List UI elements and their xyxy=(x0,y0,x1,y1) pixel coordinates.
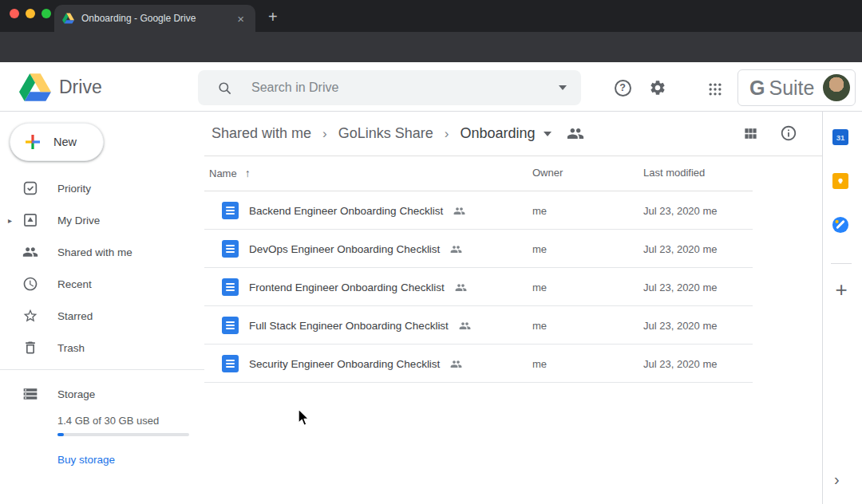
shared-people-icon xyxy=(22,244,38,260)
storage-progress-bar xyxy=(57,433,189,436)
collapse-panel-icon[interactable]: › xyxy=(834,471,840,489)
sort-ascending-icon[interactable]: ↑ xyxy=(245,167,251,179)
search-icon[interactable] xyxy=(217,81,232,96)
sidebar-label-starred: Starred xyxy=(57,310,93,322)
google-drive-window: Onboarding - Google Drive × + ← → ↻ driv… xyxy=(0,0,862,504)
window-close-button[interactable] xyxy=(10,9,19,18)
gear-icon xyxy=(649,79,666,96)
breadcrumb-golinks-share[interactable]: GoLinks Share xyxy=(338,125,433,142)
apps-grid-button[interactable] xyxy=(704,78,726,100)
breadcrumb-separator-icon: › xyxy=(322,126,327,142)
file-name-cell[interactable]: Backend Engineer Onboarding Checklist xyxy=(222,191,465,230)
window-zoom-button[interactable] xyxy=(42,9,51,18)
file-modified: Jul 23, 2020 me xyxy=(643,205,718,217)
file-name-cell[interactable]: DevOps Engineer Onboarding Checklist xyxy=(222,230,462,268)
help-icon: ? xyxy=(615,80,631,96)
file-name[interactable]: Backend Engineer Onboarding Checklist xyxy=(249,205,443,217)
column-header-modified[interactable]: Last modified xyxy=(643,167,705,179)
file-name-cell[interactable]: Frontend Engineer Onboarding Checklist xyxy=(222,268,467,306)
new-button[interactable]: New xyxy=(10,123,104,161)
details-button[interactable] xyxy=(779,124,798,143)
add-addon-button[interactable]: + xyxy=(832,278,851,302)
file-name[interactable]: Security Engineer Onboarding Checklist xyxy=(249,358,440,370)
my-drive-icon xyxy=(22,212,38,228)
new-tab-button[interactable]: + xyxy=(263,6,283,28)
storage-label: Storage xyxy=(57,388,95,400)
google-docs-icon xyxy=(222,278,239,296)
file-owner: me xyxy=(532,243,547,255)
settings-button[interactable] xyxy=(646,77,669,99)
drive-favicon xyxy=(62,13,74,24)
search-options-caret-icon[interactable] xyxy=(559,85,567,90)
shared-indicator-icon xyxy=(453,207,465,215)
file-modified: Jul 23, 2020 me xyxy=(643,282,718,293)
table-row[interactable]: Security Engineer Onboarding Checklist m… xyxy=(204,345,753,383)
table-row[interactable]: DevOps Engineer Onboarding Checklist me … xyxy=(204,230,753,268)
expand-arrow-icon[interactable]: ▸ xyxy=(8,216,12,225)
file-name[interactable]: Frontend Engineer Onboarding Checklist xyxy=(249,282,445,293)
browser-tabstrip: Onboarding - Google Drive × + xyxy=(0,0,862,32)
sidebar-item-starred[interactable]: Starred xyxy=(0,300,192,332)
column-header-owner[interactable]: Owner xyxy=(532,167,563,179)
sidebar-label-my-drive: My Drive xyxy=(57,215,100,226)
browser-tab[interactable]: Onboarding - Google Drive × xyxy=(54,5,255,32)
breadcrumb: Shared with me › GoLinks Share › Onboard… xyxy=(204,112,822,156)
sidebar-divider xyxy=(0,369,204,370)
gsuite-logo-text: Suite xyxy=(769,77,823,100)
window-minimize-button[interactable] xyxy=(26,9,35,18)
drive-header: Drive ? G xyxy=(0,62,862,112)
file-modified: Jul 23, 2020 me xyxy=(643,320,718,332)
grid-view-button[interactable] xyxy=(741,124,760,143)
tab-title: Onboarding - Google Drive xyxy=(81,13,234,24)
folder-shared-icon xyxy=(567,128,584,140)
sidebar-item-priority[interactable]: Priority xyxy=(0,172,192,204)
folder-menu-caret-icon[interactable] xyxy=(544,132,552,136)
gsuite-logo-g: G xyxy=(749,77,765,100)
info-icon xyxy=(780,124,797,142)
sidebar-label-shared-with-me: Shared with me xyxy=(57,246,132,258)
google-docs-icon xyxy=(222,317,239,334)
storage-usage-text: 1.4 GB of 30 GB used xyxy=(57,415,159,427)
drive-logo xyxy=(19,73,51,101)
storage-icon xyxy=(22,386,38,402)
shared-indicator-icon xyxy=(450,245,462,254)
search-input[interactable] xyxy=(250,80,559,96)
breadcrumb-separator-icon: › xyxy=(445,126,449,142)
help-button[interactable]: ? xyxy=(611,77,634,99)
new-button-label: New xyxy=(53,136,77,148)
file-modified: Jul 23, 2020 me xyxy=(643,243,718,255)
app-name: Drive xyxy=(59,77,102,98)
sidebar-item-storage[interactable]: Storage xyxy=(0,378,192,410)
column-header-name[interactable]: Name↑ xyxy=(209,167,251,179)
file-owner: me xyxy=(532,320,547,332)
breadcrumb-shared-with-me[interactable]: Shared with me xyxy=(212,125,311,142)
calendar-icon[interactable]: 31 xyxy=(832,129,848,145)
gsuite-account-badge[interactable]: G Suite xyxy=(737,69,856,106)
google-docs-icon xyxy=(222,202,239,219)
buy-storage-link[interactable]: Buy storage xyxy=(57,454,115,466)
sidebar-item-shared-with-me[interactable]: Shared with me xyxy=(0,236,192,268)
star-icon xyxy=(22,308,38,324)
sidebar-item-trash[interactable]: Trash xyxy=(0,332,192,364)
table-row[interactable]: Frontend Engineer Onboarding Checklist m… xyxy=(204,268,753,306)
file-name-cell[interactable]: Security Engineer Onboarding Checklist xyxy=(222,345,462,383)
right-side-panel: 31 + › xyxy=(822,112,862,504)
breadcrumb-onboarding[interactable]: Onboarding xyxy=(460,125,535,142)
sidebar-item-recent[interactable]: Recent xyxy=(0,268,192,300)
file-modified: Jul 23, 2020 me xyxy=(643,358,718,370)
file-name[interactable]: DevOps Engineer Onboarding Checklist xyxy=(249,243,440,255)
sidebar-label-trash: Trash xyxy=(57,342,85,354)
file-owner: me xyxy=(532,358,547,370)
file-name[interactable]: Full Stack Engineer Onboarding Checklist xyxy=(249,320,449,332)
lightbulb-glyph xyxy=(836,176,845,187)
sidebar-item-my-drive[interactable]: ▸ My Drive xyxy=(0,204,192,236)
table-row[interactable]: Backend Engineer Onboarding Checklist me… xyxy=(204,191,753,230)
search-bar[interactable] xyxy=(198,70,581,105)
table-row[interactable]: Full Stack Engineer Onboarding Checklist… xyxy=(204,306,753,345)
account-avatar[interactable] xyxy=(823,74,850,101)
sidebar-label-priority: Priority xyxy=(57,183,91,195)
tasks-icon[interactable] xyxy=(832,216,849,234)
file-name-cell[interactable]: Full Stack Engineer Onboarding Checklist xyxy=(222,306,471,345)
tab-close-icon[interactable]: × xyxy=(234,11,247,26)
keep-icon[interactable] xyxy=(832,173,848,189)
